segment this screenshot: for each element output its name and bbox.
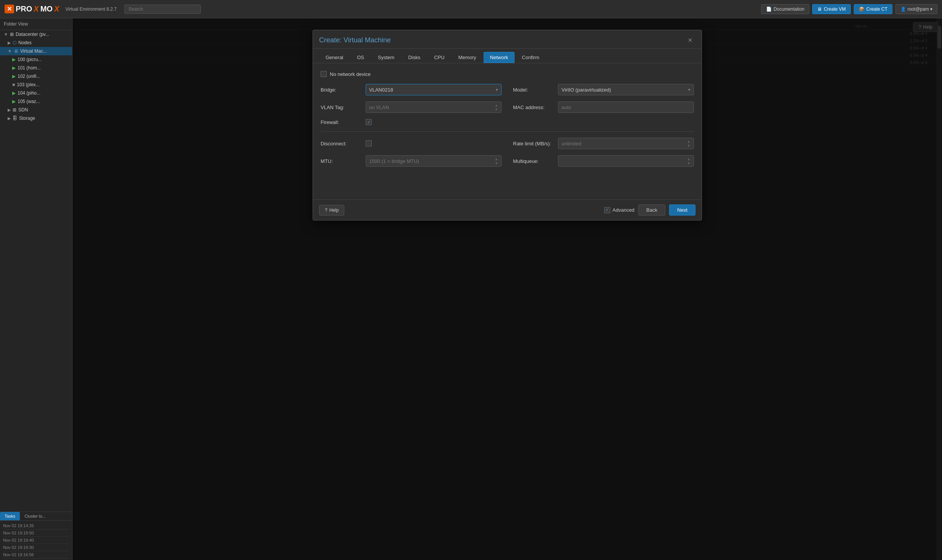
spinner-arrows[interactable]: ▲ ▼ <box>687 157 690 165</box>
tab-tasks[interactable]: Tasks <box>0 512 20 520</box>
vm-running-icon: ▶ <box>12 57 16 62</box>
no-network-device-label: No network device <box>330 71 371 77</box>
user-icon: 👤 <box>900 6 906 12</box>
node-icon: ⬡ <box>13 40 16 45</box>
search-input[interactable] <box>124 5 201 14</box>
sidebar-item-nodes[interactable]: ▶ ⬡ Nodes <box>0 39 72 47</box>
back-button[interactable]: Back <box>638 204 665 216</box>
model-row: Model: VirtIO (paravirtualized) ▾ <box>513 84 694 95</box>
disconnect-checkbox[interactable] <box>366 140 372 146</box>
doc-icon: 📄 <box>766 6 772 12</box>
firewall-label: Firewall: <box>321 119 363 125</box>
tab-disks[interactable]: Disks <box>402 52 427 63</box>
sidebar-item-virtual-machines[interactable]: ▼ 🖥 Virtual Mac... <box>0 47 72 55</box>
sidebar-tabs: Tasks Cluster lo... <box>0 512 72 521</box>
bridge-select[interactable]: VLAN0218 ▾ <box>366 84 502 95</box>
sidebar-item-vm-102[interactable]: ▶ 102 (unifi... <box>0 72 72 80</box>
mtu-label: MTU: <box>321 158 363 164</box>
modal-overlay: Create: Virtual Machine × General OS Sys… <box>73 18 942 560</box>
vm-running-icon: ▶ <box>12 74 16 79</box>
chevron-right-icon: ▶ <box>8 40 11 45</box>
tab-cluster-log[interactable]: Cluster lo... <box>20 512 50 520</box>
sidebar-item-sdn[interactable]: ▶ ⊞ SDN <box>0 106 72 114</box>
firewall-checkbox[interactable] <box>366 119 372 125</box>
chevron-up-icon: ▲ <box>687 140 690 143</box>
tab-system[interactable]: System <box>371 52 401 63</box>
bridge-label: Bridge: <box>321 87 363 93</box>
chevron-down-icon: ▾ <box>688 87 690 92</box>
spinner-arrows[interactable]: ▲ ▼ <box>687 140 690 148</box>
vm-running-icon: ▶ <box>12 65 16 71</box>
disconnect-row: Disconnect: <box>321 138 502 149</box>
mac-address-label: MAC address: <box>513 105 555 110</box>
tab-confirm[interactable]: Confirm <box>515 52 546 63</box>
create-ct-button[interactable]: 📦 Create CT <box>854 4 892 14</box>
server-icon: ⊞ <box>10 32 14 37</box>
chevron-right-icon: ▶ <box>8 108 11 113</box>
sidebar-item-vm-105[interactable]: ▶ 105 (waz... <box>0 97 72 106</box>
no-network-device-checkbox[interactable] <box>321 71 327 77</box>
empty-cell <box>513 119 694 125</box>
vm-running-icon: ▶ <box>12 90 16 96</box>
topbar-right: 📄 Documentation 🖥 Create VM 📦 Create CT … <box>761 4 937 14</box>
sidebar-folder-view-label: Folder View <box>0 18 72 30</box>
vlan-tag-spinner[interactable]: no VLAN ▲ ▼ <box>366 101 502 113</box>
tab-general[interactable]: General <box>319 52 350 63</box>
help-button[interactable]: ? Help <box>319 205 344 216</box>
user-dropdown-icon: ▾ <box>930 6 932 12</box>
sidebar-item-storage[interactable]: ▶ 🗄 Storage <box>0 114 72 122</box>
log-item: Nov 02 19:19:30 <box>3 544 69 551</box>
sdn-icon: ⊞ <box>13 107 16 113</box>
chevron-up-icon: ▲ <box>495 103 498 107</box>
sidebar-log: Nov 02 19:14:26 Nov 02 19:19:50 Nov 02 1… <box>0 521 72 560</box>
tab-network[interactable]: Network <box>484 52 515 63</box>
sidebar-item-vm-104[interactable]: ▶ 104 (piho... <box>0 89 72 97</box>
documentation-button[interactable]: 📄 Documentation <box>761 4 810 14</box>
vm-folder-icon: 🖥 <box>14 48 18 54</box>
tab-cpu[interactable]: CPU <box>427 52 451 63</box>
mac-address-input[interactable] <box>558 101 694 113</box>
user-button[interactable]: 👤 root@pam ▾ <box>895 4 937 14</box>
multiqueue-spinner[interactable]: ▲ ▼ <box>558 155 694 167</box>
advanced-checkbox[interactable] <box>604 207 610 213</box>
modal-close-button[interactable]: × <box>685 35 695 45</box>
footer-left: ? Help <box>319 205 344 216</box>
footer-right: Advanced Back Next <box>604 204 695 216</box>
bridge-value: VLAN0218 <box>369 87 393 93</box>
log-item: Nov 02 19:14:26 <box>3 522 69 529</box>
next-button[interactable]: Next <box>669 204 695 216</box>
create-vm-modal: Create: Virtual Machine × General OS Sys… <box>313 30 702 220</box>
model-value: VirtIO (paravirtualized) <box>561 87 611 93</box>
form-grid-advanced: Disconnect: Rate limit (MB/s): unlimited… <box>321 138 694 167</box>
model-select[interactable]: VirtIO (paravirtualized) ▾ <box>558 84 694 95</box>
spinner-arrows[interactable]: ▲ ▼ <box>495 103 498 111</box>
main-layout: Folder View ▼ ⊞ Datacenter (pv... ▶ ⬡ No… <box>0 18 942 560</box>
mtu-spinner[interactable]: 1500 (1 = bridge MTU) ▲ ▼ <box>366 155 502 167</box>
spinner-arrows[interactable]: ▲ ▼ <box>495 157 498 165</box>
sidebar-tree: ▼ ⊞ Datacenter (pv... ▶ ⬡ Nodes ▼ 🖥 Virt… <box>0 30 72 512</box>
vm-running-icon: ▶ <box>12 99 16 104</box>
tab-memory[interactable]: Memory <box>452 52 483 63</box>
mac-address-row: MAC address: <box>513 101 694 113</box>
sidebar: Folder View ▼ ⊞ Datacenter (pv... ▶ ⬡ No… <box>0 18 73 560</box>
chevron-down-icon: ▾ <box>496 87 498 92</box>
multiqueue-label: Multiqueue: <box>513 158 555 164</box>
advanced-checkbox-row: Advanced <box>604 207 635 213</box>
topbar: ✕ PRO X MO X Virtual Environment 8.2.7 📄… <box>0 0 942 18</box>
modal-header: Create: Virtual Machine × <box>313 30 702 49</box>
sidebar-item-datacenter[interactable]: ▼ ⊞ Datacenter (pv... <box>0 30 72 39</box>
create-vm-button[interactable]: 🖥 Create VM <box>812 4 850 14</box>
bridge-row: Bridge: VLAN0218 ▾ <box>321 84 502 95</box>
rate-limit-label: Rate limit (MB/s): <box>513 141 555 146</box>
rate-limit-row: Rate limit (MB/s): unlimited ▲ ▼ <box>513 138 694 149</box>
advanced-label: Advanced <box>613 207 635 213</box>
firewall-row: Firewall: <box>321 119 502 125</box>
rate-limit-spinner[interactable]: unlimited ▲ ▼ <box>558 138 694 149</box>
sidebar-item-vm-103[interactable]: ■ 103 (plex... <box>0 80 72 89</box>
model-label: Model: <box>513 87 555 93</box>
tab-os[interactable]: OS <box>350 52 371 63</box>
sidebar-item-vm-101[interactable]: ▶ 101 (hom... <box>0 64 72 72</box>
vlan-tag-row: VLAN Tag: no VLAN ▲ ▼ <box>321 101 502 113</box>
sidebar-item-vm-100[interactable]: ▶ 100 (picru... <box>0 55 72 64</box>
chevron-down-icon: ▼ <box>687 161 690 165</box>
